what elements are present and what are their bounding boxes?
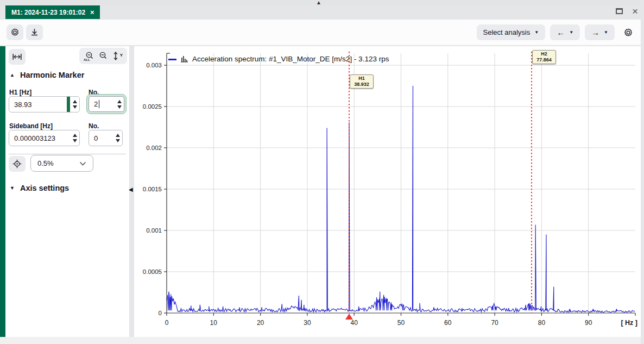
zoom-out-icon [98, 51, 108, 61]
y-tick-label: 0 [159, 310, 162, 316]
select-analysis-label: Select analysis [483, 28, 531, 36]
spin-up-icon[interactable] [117, 100, 122, 103]
autoscale-y-caption: Y [120, 53, 123, 58]
h1-frequency-input[interactable]: 38.93 [9, 96, 80, 112]
collapse-up-icon: ▲ [10, 72, 15, 78]
y-tick-label: 0.0025 [143, 103, 162, 110]
peak-snap-button[interactable] [9, 156, 26, 172]
tab-measurement[interactable]: M1: 2024-11-23 19:01:02 × [5, 5, 100, 19]
window-controls: × [615, 7, 640, 16]
x-tick-label: 60 [444, 319, 452, 327]
settings-button[interactable] [620, 24, 636, 40]
x-tick-label: 20 [257, 319, 264, 327]
spin-down-icon[interactable] [117, 105, 122, 109]
sideband-frequency-label: Sideband [Hz] [9, 122, 53, 130]
zoom-all-caption: ALL [84, 58, 90, 61]
chart-title: Acceleration spectrum: #1_VIB_Motor_DE [… [192, 55, 389, 63]
x-tick-label: 50 [397, 319, 405, 327]
harmonic-count-value: 2 [89, 97, 115, 111]
sideband-spinner[interactable] [70, 130, 79, 146]
toolbar-right-group: Select analysis ▼ ← ▼ → ▼ [477, 24, 636, 40]
axis-settings-section-header[interactable]: ▼ Axis settings [10, 184, 69, 192]
main-content: ALL Y [0, 46, 641, 337]
spin-up-icon[interactable] [73, 134, 77, 137]
h1-frequency-label: H1 [Hz] [9, 89, 31, 96]
zoom-out-button[interactable] [97, 49, 110, 62]
y-tick-label: 0.0005 [143, 268, 162, 275]
chart-legend: Acceleration spectrum: #1_VIB_Motor_DE [… [168, 55, 389, 63]
toolbar: Select analysis ▼ ← ▼ → ▼ [0, 20, 641, 46]
chevron-down-icon: ▼ [604, 30, 608, 35]
spin-up-icon[interactable] [116, 134, 120, 137]
h1-spinner[interactable] [70, 97, 79, 112]
h1-frequency-value: 38.93 [9, 97, 67, 112]
chevron-down-icon: ▼ [534, 30, 539, 35]
window-bottom-edge [0, 337, 644, 344]
harmonic-marker-title: Harmonic Marker [20, 71, 84, 79]
prev-analysis-button[interactable]: ← ▼ [550, 24, 580, 40]
marker-frequency: 77.864 [536, 57, 552, 62]
panel-collapse-icon[interactable]: ◀ [129, 186, 133, 192]
target-icon [12, 159, 22, 168]
toolbar-left-group [7, 24, 43, 40]
chevron-down-icon [79, 161, 86, 166]
x-tick-label: 70 [491, 319, 498, 327]
spin-up-icon[interactable] [73, 100, 77, 103]
x-tick-label: 90 [585, 319, 592, 327]
cog-icon [10, 28, 20, 37]
harmonic-count-focus-ring: 2 [86, 94, 127, 114]
window-top-edge: ▲ [0, 0, 644, 5]
autoscale-y-button[interactable]: Y [110, 49, 123, 62]
window-resize-handle-icon[interactable]: ▲ [316, 0, 321, 5]
sideband-frequency-input[interactable]: 0.000003123 [9, 130, 80, 146]
export-button[interactable] [26, 24, 43, 40]
x-axis-unit-label: [ Hz ] [621, 319, 637, 327]
autoscale-y-icon [113, 51, 120, 61]
gear-icon [623, 28, 633, 37]
maximize-icon[interactable] [615, 7, 624, 16]
y-tick-label: 0.003 [146, 62, 162, 68]
panel-splitter[interactable]: ◀ [129, 46, 134, 337]
tolerance-value: 0.5% [37, 159, 54, 167]
sideband-count-label: No. [89, 122, 99, 130]
harmonic-marker-label[interactable]: H277.864 [532, 50, 556, 64]
text-caret [99, 100, 99, 108]
series-color-dash [168, 59, 176, 60]
chart-zoom-toolbar: ALL Y [79, 48, 127, 64]
tab-title: M1: 2024-11-23 19:01:02 [11, 9, 85, 16]
process-settings-button[interactable] [7, 24, 23, 40]
x-tick-label: 30 [304, 319, 311, 327]
x-tick-label: 0 [165, 319, 169, 327]
x-tick-label: 40 [351, 319, 358, 327]
spin-down-icon[interactable] [73, 139, 77, 142]
y-tick-label: 0.001 [146, 227, 162, 234]
window-close-icon[interactable]: × [630, 7, 640, 16]
window-right-edge [641, 0, 644, 344]
y-tick-label: 0.0015 [143, 186, 162, 192]
chevron-down-icon: ▼ [569, 30, 573, 35]
sideband-count-input[interactable]: 0 [89, 130, 123, 146]
harmonic-marker-section-header[interactable]: ▲ Harmonic Marker [10, 71, 84, 79]
panel-accent-bar [0, 46, 5, 337]
harmonic-count-input[interactable]: 2 [89, 96, 124, 112]
arrow-left-icon: ← [557, 28, 565, 36]
next-analysis-button[interactable]: → ▼ [585, 24, 615, 40]
marker-name: H2 [541, 51, 547, 57]
spin-down-icon[interactable] [116, 139, 120, 142]
panel-divider-line [9, 154, 126, 154]
fit-width-button[interactable] [9, 49, 26, 65]
app-window: ▲ M1: 2024-11-23 19:01:02 × × [0, 0, 644, 344]
zoom-out-all-button[interactable]: ALL [83, 49, 96, 62]
sideband-count-value: 0 [89, 130, 113, 146]
harmonic-count-spinner[interactable] [115, 97, 124, 111]
harmonic-marker-label[interactable]: H138.932 [350, 74, 374, 89]
select-analysis-button[interactable]: Select analysis ▼ [477, 24, 546, 40]
fundamental-triangle-icon [345, 314, 353, 320]
marker-name: H1 [358, 76, 365, 81]
tolerance-dropdown[interactable]: 0.5% [30, 155, 93, 172]
sideband-count-spinner[interactable] [113, 130, 122, 146]
spin-down-icon[interactable] [73, 105, 77, 109]
spectrum-chart[interactable]: 0.0030.00250.0020.00150.0010.00050010203… [134, 46, 641, 337]
spectrum-series-icon [180, 55, 188, 62]
tab-close-icon[interactable]: × [90, 9, 94, 16]
